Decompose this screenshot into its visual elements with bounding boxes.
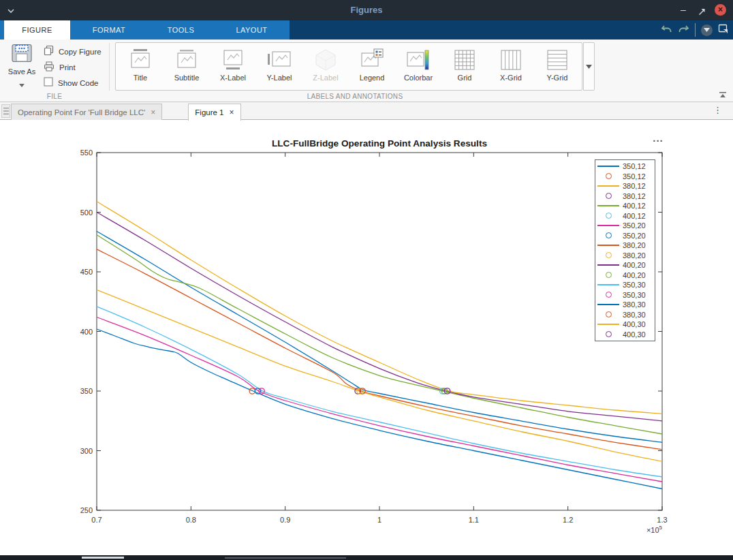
y-tick-label: 400	[80, 328, 93, 336]
copy-icon	[44, 45, 54, 59]
x-axis-exponent: ×105	[646, 525, 663, 534]
legend-entry[interactable]: 380,20	[595, 240, 655, 251]
gallery-item-y-grid[interactable]: Y-Grid	[534, 44, 580, 89]
legend-entry[interactable]: 400,30	[595, 320, 655, 330]
legend-entry[interactable]: 380,12	[595, 181, 655, 191]
help-dropdown-button[interactable]	[701, 25, 713, 36]
gallery-item-x-label[interactable]: X-Label	[210, 44, 256, 89]
legend-entry[interactable]: 400,20	[595, 270, 655, 281]
legend-entry[interactable]: 350,20	[595, 221, 655, 231]
document-tab-2[interactable]: Figure 1×	[188, 104, 240, 121]
popout-window-icon[interactable]	[718, 24, 729, 37]
x-tick-label: 1.3	[657, 516, 667, 524]
x-tick-label: 0.8	[186, 516, 196, 524]
legend-entry-label: 350,30	[621, 281, 646, 289]
legend-entry[interactable]: 400,12	[595, 211, 655, 221]
tab-grip-handle[interactable]	[1, 104, 10, 118]
legend-marker-swatch	[595, 232, 621, 238]
save-as-button[interactable]: Save As	[5, 44, 38, 90]
legend-entry-label: 350,12	[621, 172, 646, 181]
legend-entry[interactable]: 380,20	[595, 251, 655, 261]
series-line-400-20	[97, 213, 662, 421]
legend-entry[interactable]: 350,30	[595, 280, 655, 290]
save-as-dropdown-icon	[5, 78, 38, 90]
gallery-dropdown-button[interactable]	[583, 42, 595, 91]
minimize-button[interactable]: –	[679, 4, 688, 15]
legend-entry[interactable]: 400,12	[595, 201, 655, 211]
show-code-checkbox[interactable]: Show Code	[44, 76, 98, 90]
x-grid-icon	[498, 46, 524, 74]
legend-entry[interactable]: 350,12	[595, 172, 655, 182]
collapse-ribbon-button[interactable]	[716, 90, 730, 99]
restore-button[interactable]	[698, 6, 706, 18]
legend-entry-label: 350,30	[621, 291, 646, 299]
tab-close-icon[interactable]: ×	[151, 108, 155, 117]
legend-entry-label: 400,20	[621, 271, 646, 279]
x-tick-label: 1.2	[563, 516, 573, 524]
z-label-label: Z-Label	[313, 74, 338, 82]
legend-entry-label: 380,12	[621, 192, 646, 200]
window-title: Figures	[0, 0, 733, 20]
legend-entry-label: 380,20	[621, 241, 646, 249]
print-button[interactable]: Print	[44, 61, 76, 74]
x-tick-label: 1	[377, 516, 381, 524]
y-label-icon	[266, 46, 292, 74]
ribbon-tab-figure[interactable]: FIGURE	[4, 20, 70, 40]
legend-entry-label: 380,12	[621, 182, 646, 190]
gallery-item-subtitle[interactable]: Subtitle	[163, 44, 210, 89]
ribbon-tab-layout[interactable]: LAYOUT	[214, 20, 290, 40]
grid-label: Grid	[458, 74, 472, 82]
legend-entry-label: 380,30	[621, 311, 646, 319]
legend-entry[interactable]: 380,12	[595, 191, 655, 202]
legend-marker-swatch	[595, 213, 621, 219]
x-tick-label: 0.9	[280, 516, 290, 524]
legend-marker-swatch	[595, 173, 621, 179]
gallery-item-y-label[interactable]: Y-Label	[256, 44, 302, 89]
legend-line-swatch	[595, 245, 621, 246]
checkbox-icon	[44, 77, 53, 89]
legend-line-swatch	[595, 185, 621, 187]
legend-entry[interactable]: 400,30	[595, 330, 655, 340]
series-line-400-30	[97, 202, 662, 414]
legend-marker-swatch	[595, 193, 621, 199]
x-grid-label: X-Grid	[500, 74, 522, 82]
legend-entry[interactable]: 380,30	[595, 310, 655, 320]
ribbon-tab-tools[interactable]: TOOLS	[148, 20, 214, 40]
ribbon-toolbar: Save As Copy Figure Print Show Code FILE…	[0, 40, 733, 102]
legend-line-swatch	[595, 264, 621, 266]
document-tab-1[interactable]: Operating Point For 'Full Bridge LLC'×	[11, 104, 162, 120]
gallery-item-legend[interactable]: Legend	[349, 44, 395, 89]
tab-close-icon[interactable]: ×	[229, 108, 234, 117]
gallery-item-grid[interactable]: Grid	[441, 44, 488, 89]
ribbon-tab-format[interactable]: FORMAT	[70, 20, 148, 40]
gallery-item-title[interactable]: Title	[117, 44, 163, 89]
labels-annotations-section-label: LABELS AND ANNOTATIONS	[115, 93, 595, 100]
close-button[interactable]: ×	[715, 4, 726, 16]
copy-figure-button[interactable]: Copy Figure	[44, 45, 102, 59]
legend-entry[interactable]: 350,30	[595, 290, 655, 300]
grid-icon	[452, 46, 478, 74]
ribbon-separator	[695, 23, 696, 37]
legend-line-swatch	[595, 166, 621, 167]
axes-box	[97, 153, 662, 510]
legend-entry[interactable]: 350,12	[595, 161, 655, 172]
legend-entry-label: 350,20	[621, 221, 646, 230]
document-tabbar: Operating Point For 'Full Bridge LLC'×Fi…	[0, 102, 733, 120]
legend-entry[interactable]: 380,30	[595, 300, 655, 310]
redo-icon[interactable]	[678, 24, 689, 37]
z-label-icon	[313, 46, 339, 74]
plot-legend[interactable]: 350,12350,12380,12380,12400,12400,12350,…	[595, 159, 655, 341]
gallery-item-x-grid[interactable]: X-Grid	[488, 44, 534, 89]
legend-line-swatch	[595, 304, 621, 305]
copy-figure-label: Copy Figure	[59, 48, 102, 56]
tabbar-overflow-menu[interactable]: ⋮	[713, 105, 722, 115]
title-label: Title	[134, 74, 147, 82]
document-tab-label: Operating Point For 'Full Bridge LLC'	[18, 108, 145, 116]
legend-marker-swatch	[595, 292, 621, 298]
gallery-item-colorbar[interactable]: Colorbar	[395, 44, 441, 89]
legend-entry[interactable]: 400,20	[595, 260, 655, 270]
title-icon	[127, 46, 153, 74]
legend-entry[interactable]: 350,20	[595, 231, 655, 241]
undo-icon[interactable]	[661, 24, 672, 37]
x-label-icon	[220, 46, 246, 74]
